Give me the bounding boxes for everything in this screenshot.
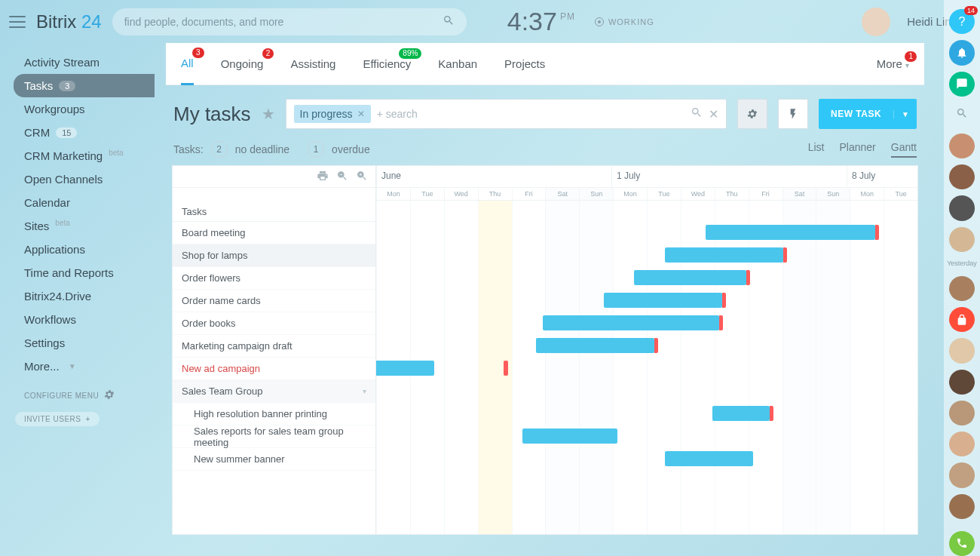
sidebar-item-settings[interactable]: Settings [0, 331, 155, 355]
contact-avatar[interactable] [949, 195, 975, 220]
search-icon[interactable] [443, 14, 455, 29]
sidebar-item-workflows[interactable]: Workflows [0, 308, 155, 331]
working-status[interactable]: WORKING [595, 17, 654, 26]
tab-assisting[interactable]: Assisting [290, 44, 335, 84]
tasks-label: Tasks: [173, 143, 204, 155]
print-icon[interactable] [317, 170, 329, 184]
gantt-bar[interactable] [504, 361, 508, 376]
gantt-task-row[interactable]: New summer banner [173, 448, 375, 471]
gantt-task-row[interactable]: Board meeting [173, 222, 375, 244]
sidebar-item-more-[interactable]: More...▼ [0, 355, 155, 378]
chevron-down-icon: ▾ [905, 61, 909, 69]
sidebar-item-open-channels[interactable]: Open Channels [0, 167, 155, 191]
view-planner[interactable]: Planner [839, 141, 875, 158]
gantt-bar[interactable] [665, 451, 753, 466]
record-icon [595, 17, 604, 26]
gantt-task-row[interactable]: Order name cards [173, 290, 375, 312]
hamburger-icon[interactable] [9, 16, 26, 28]
contact-avatar[interactable] [949, 432, 975, 456]
star-icon[interactable]: ★ [262, 105, 275, 123]
user-avatar[interactable] [862, 8, 890, 36]
no-deadline-label[interactable]: no deadline [235, 143, 289, 155]
tab-ongoing[interactable]: Ongoing2 [221, 44, 264, 84]
sidebar-item-bitrix24-drive[interactable]: Bitrix24.Drive [0, 284, 155, 308]
contact-avatar[interactable] [949, 276, 975, 301]
tab-projects[interactable]: Projects [504, 44, 545, 84]
phone-button[interactable] [949, 531, 975, 556]
sidebar-item-crm-marketing[interactable]: CRM Marketingbeta [0, 144, 155, 167]
gantt-day-label: Wed [681, 188, 715, 200]
gantt-bar[interactable] [522, 429, 617, 444]
gantt-task-row[interactable]: Order flowers [173, 267, 375, 290]
gantt-task-row[interactable]: Marketing campaign draft [173, 335, 375, 358]
new-task-button[interactable]: NEW TASK ▼ [819, 99, 917, 129]
contact-avatar[interactable] [949, 134, 975, 158]
sidebar-item-time-and-reports[interactable]: Time and Reports [0, 261, 155, 284]
gantt-task-row[interactable]: High resolution banner printing [173, 403, 375, 425]
zoom-out-icon[interactable] [336, 170, 348, 184]
chip-remove-icon[interactable]: ✕ [357, 109, 365, 119]
tab-all[interactable]: All3 [181, 43, 194, 85]
contact-avatar[interactable] [949, 164, 975, 189]
view-gantt[interactable]: Gantt [891, 141, 917, 158]
sidebar-item-activity-stream[interactable]: Activity Stream [0, 51, 155, 74]
tab-efficiency[interactable]: Efficiency89% [363, 44, 411, 84]
contact-avatar[interactable] [949, 401, 975, 425]
global-search[interactable] [112, 8, 467, 35]
gantt-bar-deadline [654, 338, 658, 353]
settings-button[interactable] [737, 99, 767, 129]
contact-avatar[interactable] [949, 494, 975, 519]
view-list[interactable]: List [808, 141, 825, 158]
gantt-day-label: Tue [410, 188, 444, 200]
filter-search-input[interactable] [377, 108, 684, 120]
sidebar-item-crm[interactable]: CRM15 [0, 121, 155, 144]
gantt-bar[interactable] [665, 247, 784, 263]
notifications-button[interactable] [949, 40, 975, 65]
task-filter[interactable]: In progress ✕ ✕ [286, 99, 727, 129]
overdue-label[interactable]: overdue [332, 143, 370, 155]
gantt-bar[interactable] [376, 361, 434, 376]
overdue-count[interactable]: 1 [308, 141, 324, 158]
contact-avatar[interactable] [949, 338, 975, 363]
gantt-bar[interactable] [634, 270, 746, 285]
lock-button[interactable] [949, 307, 975, 332]
global-search-input[interactable] [124, 16, 443, 28]
invite-users-button[interactable]: INVITE USERS + [15, 412, 100, 426]
tab-kanban[interactable]: Kanban [438, 44, 477, 84]
no-deadline-count[interactable]: 2 [211, 141, 228, 158]
help-button[interactable]: ?14 [949, 9, 975, 34]
clear-filter-icon[interactable]: ✕ [709, 107, 718, 121]
gantt-task-row[interactable]: Sales reports for sales team group meeti… [173, 425, 375, 448]
gantt-timeline[interactable]: June1 July8 July MonTueWedThuFriSatSunMo… [376, 166, 917, 534]
gantt-bar[interactable] [604, 293, 723, 308]
sidebar-item-sites[interactable]: Sitesbeta [0, 214, 155, 238]
sidebar-item-tasks[interactable]: Tasks3 [14, 74, 155, 97]
zoom-in-icon[interactable] [356, 170, 368, 184]
gantt-task-row[interactable]: Order books [173, 312, 375, 335]
chat-button[interactable] [949, 72, 975, 97]
sidebar-item-workgroups[interactable]: Workgroups [0, 97, 155, 121]
new-task-dropdown[interactable]: ▼ [893, 110, 917, 118]
gear-icon [103, 389, 115, 402]
gantt-bar[interactable] [543, 315, 719, 330]
contact-avatar[interactable] [949, 370, 975, 395]
configure-menu-link[interactable]: CONFIGURE MENU [24, 389, 155, 402]
gantt-day-label: Sat [782, 188, 816, 200]
sidebar-item-applications[interactable]: Applications [0, 238, 155, 261]
tabs-more[interactable]: More ▾ 1 [877, 57, 909, 70]
rail-search-icon[interactable] [956, 107, 968, 123]
gantt-bar[interactable] [536, 338, 655, 353]
gantt-bar[interactable] [712, 406, 770, 421]
gantt-task-row[interactable]: New ad campaign [173, 358, 375, 380]
contact-avatar[interactable] [949, 227, 975, 252]
filter-chip[interactable]: In progress ✕ [294, 105, 371, 123]
contact-avatar[interactable] [949, 462, 975, 487]
gantt-task-row[interactable]: Shop for lamps [173, 244, 375, 267]
gantt-bar-deadline [875, 225, 879, 240]
sidebar-item-calendar[interactable]: Calendar [0, 191, 155, 214]
search-icon[interactable] [691, 106, 703, 121]
automation-button[interactable] [778, 99, 808, 129]
logo[interactable]: Bitrix 24 [36, 11, 102, 32]
gantt-group-row[interactable]: Sales Team Group [173, 380, 375, 403]
gantt-bar[interactable] [706, 225, 875, 240]
